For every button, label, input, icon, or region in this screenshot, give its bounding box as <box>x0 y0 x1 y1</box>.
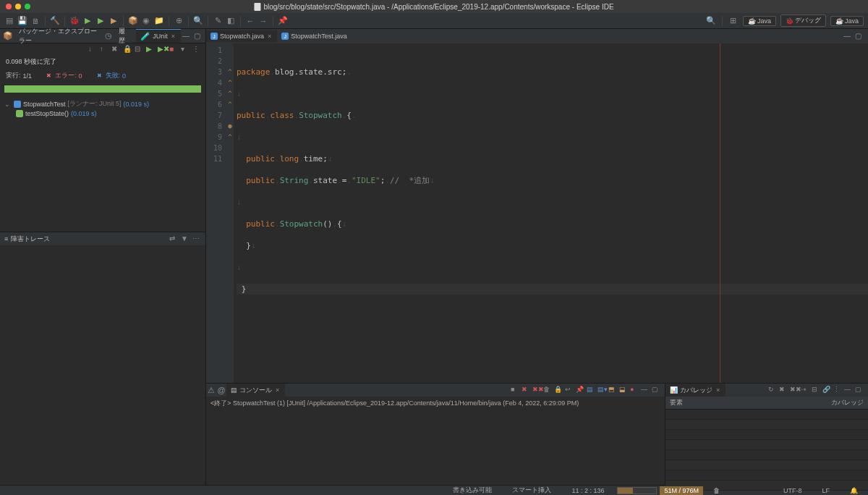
tab-coverage[interactable]: 📊 カバレッジ × <box>665 384 726 397</box>
word-wrap-icon[interactable]: ↩ <box>565 386 574 394</box>
view-menu-icon[interactable]: ⋮ <box>192 45 201 54</box>
test-root[interactable]: ⌄ StopwatchTest [ランナー: JUnit 5] (0.019 s… <box>4 98 201 109</box>
view-menu-icon[interactable]: ⋮ <box>833 386 842 394</box>
show-on-output-icon[interactable]: ⬒ <box>608 386 617 394</box>
console-terminate-icon[interactable]: ■ <box>511 386 519 394</box>
editor-tab-stopwatch-test[interactable]: J StopwatchTest.java <box>277 30 352 42</box>
relaunch-icon[interactable]: ↻ <box>768 386 777 394</box>
collapse-all-icon[interactable]: ⊟ <box>135 45 143 54</box>
save-all-icon[interactable]: 🗎 <box>30 16 41 26</box>
editor-tab-stopwatch[interactable]: J Stopwatch.java × <box>206 30 277 42</box>
console-output[interactable]: <終了> StopwatchTest (1) [JUnit] /Applicat… <box>206 397 665 485</box>
editor-body[interactable]: 1 2 3 4 5 6 7 8 9 10 11 ^^ ^^● ^ <box>206 43 868 383</box>
element-column[interactable]: 要素 <box>670 398 831 407</box>
minimize-icon[interactable]: — <box>641 386 650 394</box>
terminate-icon[interactable]: ● <box>630 386 639 394</box>
tab-console[interactable]: ▤ コンソール × <box>226 384 285 397</box>
new-package-icon[interactable]: 📦 <box>128 16 138 26</box>
trace-body <box>0 245 205 485</box>
collapse-all-icon[interactable]: ⊟ <box>812 386 820 394</box>
stop-icon[interactable]: ■ <box>169 45 178 54</box>
merge-sessions-icon[interactable]: ⇢ <box>801 386 809 394</box>
java-file-icon <box>254 3 260 11</box>
remove-all-sessions-icon[interactable]: ✖✖ <box>790 386 799 394</box>
print-margin <box>720 43 720 383</box>
history-dropdown-icon[interactable]: ▾ <box>181 45 190 54</box>
debug-icon[interactable]: 🐞 <box>69 16 80 26</box>
next-failure-icon[interactable]: ↓ <box>88 45 97 54</box>
search-icon[interactable]: 🔍 <box>193 16 203 26</box>
gc-icon[interactable]: 🗑 <box>703 487 730 494</box>
console-remove-icon[interactable]: ✖ <box>522 386 530 394</box>
open-type-icon[interactable]: ⊕ <box>174 16 184 26</box>
maximize-editor-icon[interactable]: ▢ <box>855 32 864 41</box>
close-tab-icon[interactable]: × <box>266 33 273 40</box>
pin-console-icon[interactable]: 📌 <box>576 386 584 394</box>
scroll-lock-icon[interactable]: 🔒 <box>554 386 563 394</box>
annotation-column[interactable]: ^^ ^^● ^ <box>226 43 234 383</box>
save-icon[interactable]: 💾 <box>17 16 27 26</box>
maximize-window-button[interactable] <box>25 4 30 9</box>
display-selected-icon[interactable]: ▤ <box>587 386 595 394</box>
annotation-icon[interactable]: ◧ <box>226 16 236 26</box>
perspective-debug[interactable]: 🐞デバッグ <box>780 14 826 27</box>
open-perspective-icon[interactable]: ⊞ <box>728 16 739 26</box>
clear-console-icon[interactable]: 🗑 <box>543 386 552 394</box>
run-last-icon[interactable]: ▶ <box>109 16 119 26</box>
show-failures-icon[interactable]: ✖ <box>111 45 120 54</box>
console-remove-all-icon[interactable]: ✖✖ <box>532 386 541 394</box>
heap-status[interactable]: 51M / 976M <box>660 486 703 495</box>
heap-bar[interactable] <box>617 487 657 494</box>
close-tab-icon[interactable]: × <box>274 386 281 394</box>
close-tab-icon[interactable]: × <box>715 386 721 394</box>
notifications-icon[interactable]: 🔔 <box>840 487 868 494</box>
console-tabs: ⚠ @ ▤ コンソール × ■ ✖ ✖✖ 🗑 🔒 ↩ 📌 <box>206 384 665 397</box>
compare-icon[interactable]: ⇄ <box>169 234 178 243</box>
close-window-button[interactable] <box>6 4 12 9</box>
new-icon[interactable]: ▤ <box>4 16 14 26</box>
remove-session-icon[interactable]: ✖ <box>779 386 788 394</box>
titlebar: blog/src/blog/state/src/Stopwatch.java -… <box>0 0 868 13</box>
encoding-status[interactable]: UTF-8 <box>773 487 812 494</box>
forward-icon[interactable]: → <box>258 16 268 26</box>
code-area[interactable]: package.blog.state.src;. ↓ public.class.… <box>234 43 868 383</box>
prev-failure-icon[interactable]: ↑ <box>100 45 109 54</box>
toggle-mark-icon[interactable]: ✎ <box>213 16 223 26</box>
minimize-editor-icon[interactable]: — <box>843 32 852 41</box>
back-icon[interactable]: ← <box>245 16 255 26</box>
minimize-icon[interactable]: — <box>844 386 853 394</box>
scroll-lock-icon[interactable]: 🔒 <box>123 45 132 54</box>
perspective-javascript[interactable]: ☕Java <box>830 16 864 26</box>
maximize-icon[interactable]: ▢ <box>855 386 864 394</box>
javadoc-icon[interactable]: @ <box>216 385 226 395</box>
perspective-java[interactable]: ☕Java <box>743 16 776 26</box>
expand-toggle-icon[interactable]: ⌄ <box>4 101 12 108</box>
coverage-column[interactable]: カバレッジ <box>831 398 864 407</box>
minimize-window-button[interactable] <box>15 4 21 9</box>
maximize-icon[interactable]: ▢ <box>652 386 660 394</box>
test-child[interactable]: testStopState() (0.019 s) <box>4 109 201 118</box>
show-on-error-icon[interactable]: ⬓ <box>619 386 628 394</box>
window-controls <box>0 4 30 9</box>
quick-access-icon[interactable]: 🔍 <box>706 16 716 26</box>
trace-menu-icon[interactable]: ⋯ <box>192 234 201 243</box>
pin-icon[interactable]: 📌 <box>278 16 288 26</box>
new-class-icon[interactable]: ◉ <box>141 16 151 26</box>
rerun-failures-icon[interactable]: ▶✖ <box>158 45 166 54</box>
new-folder-icon[interactable]: 📁 <box>154 16 164 26</box>
package-explorer-icon[interactable]: 📦 <box>3 31 13 41</box>
filter-icon[interactable]: ▼ <box>181 234 190 243</box>
maximize-view-icon[interactable]: ▢ <box>194 32 203 41</box>
open-console-icon[interactable]: ▤▾ <box>597 386 606 394</box>
rerun-icon[interactable]: ▶ <box>146 45 155 54</box>
problems-icon[interactable]: ⚠ <box>206 385 216 395</box>
history-icon[interactable]: ◷ <box>104 31 113 41</box>
coverage-icon[interactable]: ▶ <box>95 16 106 26</box>
build-icon[interactable]: 🔨 <box>50 16 60 26</box>
link-editor-icon[interactable]: 🔗 <box>822 386 831 394</box>
close-tab-icon[interactable]: × <box>170 33 176 40</box>
tab-junit[interactable]: 🧪 JUnit × <box>136 29 181 43</box>
run-icon[interactable]: ▶ <box>82 16 93 26</box>
minimize-view-icon[interactable]: — <box>182 32 191 41</box>
line-ending-status[interactable]: LF <box>812 487 840 494</box>
